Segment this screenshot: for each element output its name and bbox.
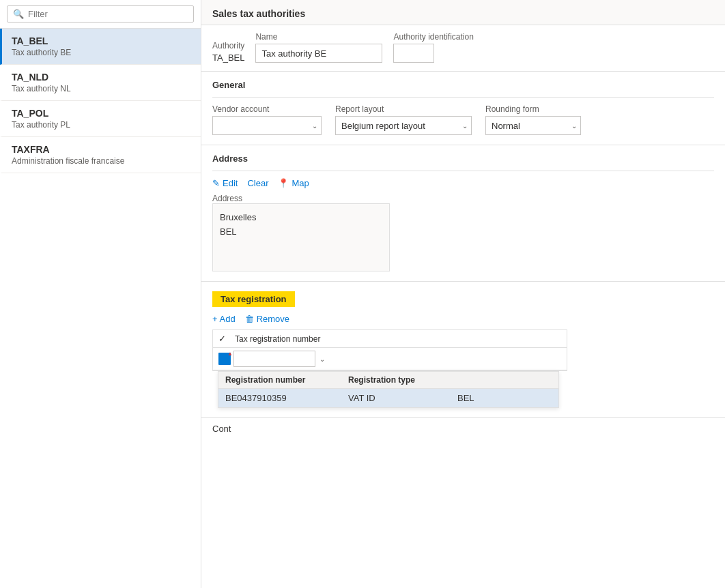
sidebar-item-code: TA_BEL [12,35,191,46]
report-layout-field: Report layout Belgium report layout ⌄ [335,104,472,135]
tax-registration-tab[interactable]: Tax registration [212,291,295,307]
edit-button[interactable]: ✎ Edit [212,178,238,188]
remove-label: Remove [257,314,289,324]
general-row: Vendor account ⌄ Report layout Belgium r… [212,104,714,135]
vendor-account-select[interactable] [212,116,322,135]
sidebar-item-code: TAXFRA [12,144,191,155]
edit-icon: ✎ [212,178,220,188]
authority-field: Authority TA_BEL [212,41,244,63]
report-layout-label: Report layout [335,104,472,114]
vendor-account-label: Vendor account [212,104,322,114]
clear-label: Clear [247,178,268,188]
tax-number-input[interactable] [233,351,315,367]
identification-input[interactable] [393,44,434,63]
address-label: Address [212,194,714,203]
column-header-label: Tax registration number [235,334,320,344]
add-button[interactable]: + Add [212,314,236,324]
dropdown-chevron-icon[interactable]: ⌄ [319,355,325,363]
dropdown-table-header: Registration number Registration type [218,372,558,389]
sidebar-item-name: Tax authority PL [12,120,191,130]
country-cell: BEL [457,393,512,403]
sidebar-item-name: Administration fiscale francaise [12,156,191,166]
authority-value: TA_BEL [212,53,244,63]
sidebar-item-name: Tax authority BE [12,48,191,57]
report-layout-select-wrap[interactable]: Belgium report layout ⌄ [335,116,472,135]
address-line-1: Bruxelles [220,211,382,225]
map-button[interactable]: 📍 Map [278,178,309,188]
map-label: Map [292,178,309,188]
rounding-form-select-wrap[interactable]: Normal Down Up ⌄ [485,116,581,135]
cont-label: Cont [201,417,725,439]
sidebar-item-ta-nld[interactable]: TA_NLD Tax authority NL [0,65,201,101]
country-col-header [457,375,512,385]
clear-button[interactable]: Clear [247,178,268,188]
sidebar-item-ta-pol[interactable]: TA_POL Tax authority PL [0,101,201,137]
remove-button[interactable]: 🗑 Remove [245,314,289,324]
reg-type-cell: VAT ID [348,393,457,403]
sidebar-item-code: TA_NLD [12,72,191,83]
sidebar-items: TA_BEL Tax authority BE TA_NLD Tax autho… [0,29,201,588]
general-header: General [212,72,714,98]
reg-type-col-header: Registration type [348,375,457,385]
tax-registration-section: Tax registration + Add 🗑 Remove ✓ Tax re… [201,282,725,417]
authority-label: Authority [212,41,244,50]
add-label: + Add [212,314,236,324]
sidebar-item-taxfra[interactable]: TAXFRA Administration fiscale francaise [0,137,201,173]
tax-table-header: ✓ Tax registration number [213,330,567,348]
address-section: Address ✎ Edit Clear 📍 Map Address Bruxe… [201,145,725,282]
address-box: Bruxelles BEL [212,203,390,271]
section-title: Sales tax authorities [201,0,725,25]
warning-icon [218,353,231,365]
sidebar-item-ta-bel[interactable]: TA_BEL Tax authority BE [0,29,201,65]
map-icon: 📍 [278,178,289,188]
trash-icon: 🗑 [245,314,254,324]
vendor-account-select-wrap[interactable]: ⌄ [212,116,322,135]
dropdown-row[interactable]: BE0437910359 VAT ID BEL [218,389,558,407]
tax-dropdown-table: Registration number Registration type BE… [218,371,559,408]
address-line-2: BEL [220,225,382,239]
reg-number-col-header: Registration number [225,375,348,385]
tax-actions: + Add 🗑 Remove [212,314,714,324]
name-field: Name [255,32,382,63]
tax-table: ✓ Tax registration number ⌄ [212,329,567,371]
main-content: Sales tax authorities Authority TA_BEL N… [201,0,725,588]
identification-field: Authority identification [393,32,473,63]
edit-label: Edit [223,178,238,188]
tax-input-row: ⌄ [213,348,567,370]
report-layout-select[interactable]: Belgium report layout [335,116,472,135]
identification-label: Authority identification [393,32,473,42]
sidebar: 🔍 TA_BEL Tax authority BE TA_NLD Tax aut… [0,0,201,588]
filter-bar: 🔍 [0,0,201,29]
reg-number-cell: BE0437910359 [225,393,348,403]
search-icon: 🔍 [13,9,24,19]
address-actions: ✎ Edit Clear 📍 Map [212,178,714,188]
name-input[interactable] [255,44,382,63]
filter-input[interactable] [28,9,188,19]
vendor-account-field: Vendor account ⌄ [212,104,322,135]
rounding-form-select[interactable]: Normal Down Up [485,116,581,135]
address-header: Address [212,145,714,171]
filter-input-wrap[interactable]: 🔍 [7,5,194,23]
general-section: General Vendor account ⌄ Report layout B… [201,72,725,145]
authority-row: Authority TA_BEL Name Authority identifi… [201,25,725,72]
check-column: ✓ [218,334,235,344]
sidebar-item-code: TA_POL [12,108,191,119]
sidebar-item-name: Tax authority NL [12,84,191,93]
name-label: Name [255,32,382,42]
rounding-form-label: Rounding form [485,104,581,114]
rounding-form-field: Rounding form Normal Down Up ⌄ [485,104,581,135]
